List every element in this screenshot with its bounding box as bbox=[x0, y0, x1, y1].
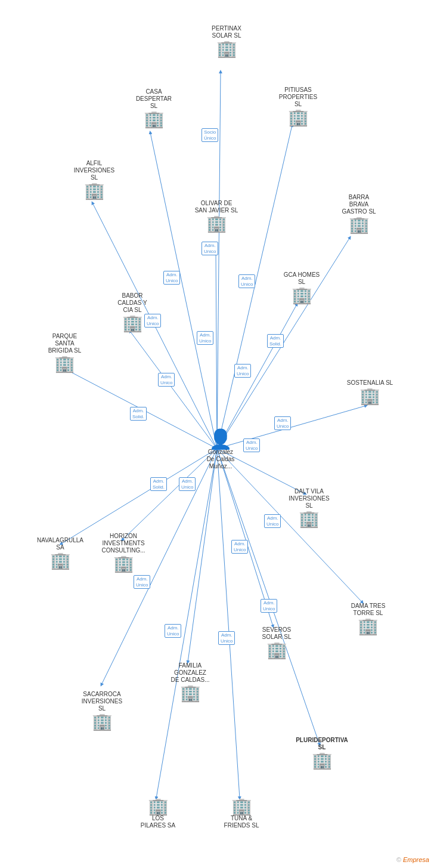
label-los-pilares: LOSPILARES SA bbox=[141, 815, 175, 829]
node-gca-homes[interactable]: GCA HOMESSL 🏢 bbox=[278, 271, 326, 304]
label-navalagrulla: NAVALAGRULLA SA bbox=[33, 537, 87, 551]
label-tuna-friends: TUNA &FRIENDS SL bbox=[224, 815, 259, 829]
label-familia-gonzalez: FAMILIAGONZALEZDE CALDAS... bbox=[170, 662, 209, 684]
node-casa-despertar[interactable]: CASADESPERTARSL 🏢 bbox=[130, 88, 178, 128]
building-icon-olivar: 🏢 bbox=[206, 215, 227, 232]
label-plurideportiva: PLURIDEPORTIVASL bbox=[296, 737, 348, 751]
badge-adm-unico-sost: Adm.Unico bbox=[274, 416, 291, 430]
badge-adm-unico-fam-l: Adm.Unico bbox=[165, 624, 181, 638]
badge-adm-unico-2: Adm.Unico bbox=[163, 271, 180, 285]
label-dama-tres: DAMA TRESTORRE SL bbox=[351, 603, 386, 617]
building-icon-pertinax: 🏢 bbox=[216, 41, 237, 57]
building-icon-horizon: 🏢 bbox=[113, 555, 134, 572]
node-familia-gonzalez[interactable]: FAMILIAGONZALEZDE CALDAS... 🏢 bbox=[163, 662, 217, 702]
badge-adm-unico-parque: Adm.Unico bbox=[158, 373, 175, 387]
building-icon-dama-tres: 🏢 bbox=[358, 618, 379, 635]
building-icon-navalagrulla: 🏢 bbox=[50, 552, 71, 569]
building-icon-dalt-vila: 🏢 bbox=[299, 511, 320, 527]
badge-adm-unico-cr: Adm.Unico bbox=[243, 438, 260, 452]
svg-line-4 bbox=[216, 251, 217, 449]
watermark: © Empresa bbox=[396, 856, 429, 863]
badge-adm-unico-hor2: Adm.Unico bbox=[231, 540, 248, 554]
building-icon-casa-despertar: 🏢 bbox=[144, 111, 165, 128]
badge-adm-unico-fam-r: Adm.Unico bbox=[218, 631, 235, 645]
label-dalt-vila: DALT VILAINVERSIONESSL bbox=[289, 488, 329, 509]
svg-line-11 bbox=[61, 449, 217, 544]
badge-label-socio-unico: SocioÚnico bbox=[202, 128, 218, 142]
badge-adm-unico-dalt: Adm.Unico bbox=[264, 514, 281, 528]
badge-adm-unico-1: Adm.Unico bbox=[202, 242, 218, 255]
node-navalagrulla[interactable]: NAVALAGRULLA SA 🏢 bbox=[33, 537, 87, 569]
svg-line-19 bbox=[217, 449, 240, 798]
label-alfil: ALFILINVERSIONESSL bbox=[74, 160, 114, 181]
label-pitiusas: PITIUSASPROPERTIESSL bbox=[279, 87, 317, 108]
building-icon-los-pilares: 🏢 bbox=[148, 798, 169, 815]
badge-adm-unico-3: Adm.Unico bbox=[238, 274, 255, 288]
label-olivar: OLIVAR DESAN JAVIER SL bbox=[195, 200, 238, 214]
node-sacarroca[interactable]: SACARROCAINVERSIONESSL 🏢 bbox=[75, 691, 129, 730]
node-dama-tres[interactable]: DAMA TRESTORRE SL 🏢 bbox=[343, 603, 393, 635]
node-tuna-friends[interactable]: 🏢 TUNA &FRIENDS SL bbox=[218, 798, 265, 830]
label-casa-despertar: CASADESPERTARSL bbox=[136, 88, 172, 110]
label-pertinax: PERTINAXSOLAR SL bbox=[212, 25, 241, 39]
label-barra-brava: BARRABRAVAGASTRO SL bbox=[342, 194, 376, 215]
node-pitiusas[interactable]: PITIUSASPROPERTIESSL 🏢 bbox=[274, 87, 322, 126]
svg-line-18 bbox=[156, 449, 217, 798]
label-sacarroca: SACARROCAINVERSIONESSL bbox=[82, 691, 122, 712]
node-pertinax[interactable]: PERTINAXSOLAR SL 🏢 bbox=[203, 25, 250, 57]
badge-adm-solid-parque: Adm.Solid. bbox=[130, 407, 147, 421]
badge-adm-unico-sev: Adm.Unico bbox=[261, 599, 277, 613]
badge-adm-unico-ll2: Adm.Unico bbox=[179, 477, 196, 491]
badge-adm-solid-ll: Adm.Solid. bbox=[150, 477, 167, 491]
watermark-brand: Empresa bbox=[403, 856, 429, 863]
badge-socio-unico: SocioÚnico bbox=[202, 128, 218, 142]
label-parque-santa: PARQUESANTABRIGIDA SL bbox=[48, 333, 82, 354]
building-icon-barra-brava: 🏢 bbox=[349, 217, 370, 233]
label-horizon: HORIZONINVESTMENTSCONSULTING... bbox=[101, 533, 145, 554]
building-icon-sacarroca: 🏢 bbox=[92, 713, 113, 730]
building-icon-alfil: 🏢 bbox=[84, 183, 105, 199]
node-barra-brava[interactable]: BARRABRAVAGASTRO SL 🏢 bbox=[335, 194, 383, 233]
node-alfil[interactable]: ALFILINVERSIONESSL 🏢 bbox=[70, 160, 118, 199]
building-icon-tuna-friends: 🏢 bbox=[231, 798, 252, 815]
building-icon-familia-gonzalez: 🏢 bbox=[180, 685, 201, 702]
badge-adm-unico-mid1: Adm.Unico bbox=[197, 331, 213, 345]
building-icon-parque-santa: 🏢 bbox=[54, 356, 75, 372]
svg-line-2 bbox=[150, 132, 217, 449]
badge-adm-solid-gca: Adm.Solid. bbox=[267, 334, 284, 348]
node-dalt-vila[interactable]: DALT VILAINVERSIONESSL 🏢 bbox=[284, 488, 334, 527]
label-gca-homes: GCA HOMESSL bbox=[284, 271, 320, 286]
label-babor-caldas: BABORCALDAS YCIA SL bbox=[117, 292, 147, 314]
building-icon-sostenalia: 🏢 bbox=[359, 388, 380, 404]
center-person-node[interactable]: 👤 Gonzalez De Caldas Muñoz... bbox=[197, 430, 244, 471]
node-los-pilares[interactable]: 🏢 LOSPILARES SA bbox=[134, 798, 182, 830]
label-severos-solar: SEVEROSSOLAR SL bbox=[262, 626, 292, 641]
building-icon-severos-solar: 🏢 bbox=[266, 642, 287, 659]
node-olivar[interactable]: OLIVAR DESAN JAVIER SL 🏢 bbox=[190, 200, 243, 232]
node-parque-santa[interactable]: PARQUESANTABRIGIDA SL 🏢 bbox=[39, 333, 90, 372]
node-sostenalia[interactable]: SOSTENALIA SL 🏢 bbox=[345, 379, 395, 404]
node-horizon[interactable]: HORIZONINVESTMENTSCONSULTING... 🏢 bbox=[97, 533, 150, 572]
badge-adm-unico-hor: Adm.Unico bbox=[134, 575, 150, 589]
graph-container: 👤 Gonzalez De Caldas Muñoz... PERTINAXSO… bbox=[0, 0, 434, 868]
label-sostenalia: SOSTENALIA SL bbox=[347, 379, 393, 387]
center-person-label: Gonzalez De Caldas Muñoz... bbox=[207, 449, 235, 470]
building-icon-babor-caldas: 🏢 bbox=[122, 315, 143, 332]
badge-adm-unico-babor: Adm.Unico bbox=[144, 314, 161, 328]
building-icon-gca-homes: 🏢 bbox=[292, 287, 312, 304]
node-plurideportiva[interactable]: PLURIDEPORTIVASL 🏢 bbox=[292, 737, 352, 769]
node-severos-solar[interactable]: SEVEROSSOLAR SL 🏢 bbox=[253, 626, 300, 659]
person-icon: 👤 bbox=[209, 430, 232, 449]
badge-adm-unico-mid2: Adm.Unico bbox=[234, 364, 251, 378]
building-icon-pitiusas: 🏢 bbox=[288, 109, 309, 126]
building-icon-plurideportiva: 🏢 bbox=[312, 752, 333, 769]
